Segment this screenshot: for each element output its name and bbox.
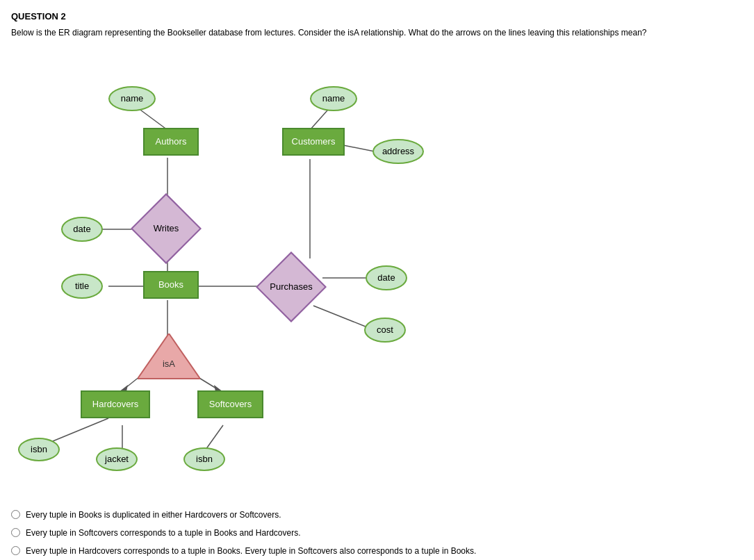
svg-line-16 [49, 418, 108, 443]
option-row-2[interactable]: Every tuple in Softcovers corresponds to… [11, 527, 743, 539]
softcovers-entity: Softcovers [197, 390, 263, 418]
option-row-1[interactable]: Every tuple in Books is duplicated in ei… [11, 509, 743, 521]
isbn1-attribute: isbn [18, 438, 60, 461]
address-attribute: address [372, 139, 424, 164]
option-radio-1[interactable] [11, 510, 20, 519]
diagram-lines [11, 50, 484, 495]
question-description: Below is the ER diagram representing the… [11, 27, 743, 39]
title-attribute: title [61, 274, 103, 299]
name2-attribute: name [310, 86, 357, 111]
option-text-2: Every tuple in Softcovers corresponds to… [26, 527, 301, 539]
books-entity: Books [143, 271, 199, 299]
option-text-1: Every tuple in Books is duplicated in ei… [26, 509, 281, 521]
name1-attribute: name [108, 86, 156, 111]
isa-relationship: isA [138, 333, 200, 382]
question-title: QUESTION 2 [11, 11, 743, 22]
option-text-3: Every tuple in Hardcovers corresponds to… [26, 545, 476, 557]
jacket-attribute: jacket [96, 447, 138, 471]
date2-attribute: date [366, 265, 407, 290]
svg-line-18 [206, 425, 223, 450]
svg-text:isA: isA [163, 359, 175, 369]
er-diagram: name Authors name Customers address date… [11, 50, 484, 495]
answer-options: Every tuple in Books is duplicated in ei… [11, 509, 743, 560]
svg-marker-19 [138, 333, 200, 379]
option-radio-3[interactable] [11, 546, 20, 555]
isbn2-attribute: isbn [183, 447, 225, 471]
cost-attribute: cost [364, 318, 406, 343]
option-row-3[interactable]: Every tuple in Hardcovers corresponds to… [11, 545, 743, 557]
purchases-relationship: Purchases [260, 256, 322, 318]
hardcovers-entity: Hardcovers [81, 390, 150, 418]
writes-relationship: Writes [135, 197, 197, 260]
customers-entity: Customers [282, 128, 345, 156]
option-radio-2[interactable] [11, 528, 20, 537]
date1-attribute: date [61, 217, 103, 242]
authors-entity: Authors [143, 128, 199, 156]
